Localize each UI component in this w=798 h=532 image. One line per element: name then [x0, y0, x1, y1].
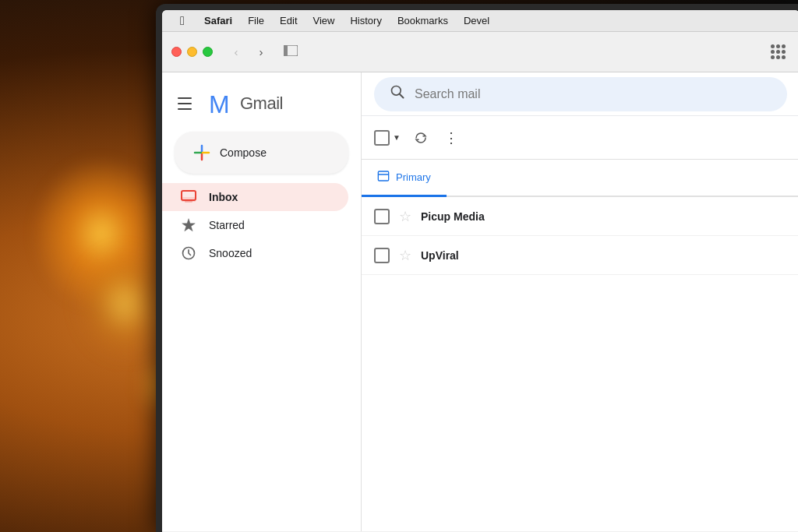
tab-overview-button[interactable]: [765, 41, 790, 63]
email-sender: UpViral: [421, 249, 561, 262]
mail-toolbar: ▼ ⋮: [362, 116, 798, 160]
snoozed-icon: [181, 245, 196, 261]
gmail-main: Search mail ▼: [362, 72, 798, 531]
inbox-label: Inbox: [209, 191, 238, 203]
hamburger-line: [178, 97, 192, 99]
snoozed-label: Snoozed: [209, 247, 252, 259]
primary-tab-label: Primary: [396, 171, 431, 183]
nav-item-inbox[interactable]: Inbox: [162, 183, 348, 211]
email-star-button[interactable]: ☆: [399, 247, 411, 264]
search-icon: [390, 84, 405, 104]
menubar-bookmarks[interactable]: Bookmarks: [390, 10, 456, 32]
primary-tab-icon: [377, 170, 390, 185]
more-icon: ⋮: [444, 129, 459, 146]
more-options-button[interactable]: ⋮: [440, 125, 464, 150]
compose-button[interactable]: Compose: [175, 132, 348, 174]
tabs-bar: Primary: [362, 160, 798, 197]
gmail-wordmark: Gmail: [240, 93, 283, 114]
nav-buttons: ‹ ›: [225, 41, 272, 63]
close-window-button[interactable]: [171, 47, 182, 57]
safari-toolbar: ‹ ›: [162, 32, 798, 72]
search-bar[interactable]: Search mail: [374, 77, 787, 111]
email-row[interactable]: ☆ Picup Media: [362, 197, 798, 236]
select-dropdown-button[interactable]: ▼: [391, 132, 402, 143]
email-checkbox[interactable]: [374, 248, 390, 263]
nav-item-starred[interactable]: Starred: [162, 211, 348, 239]
forward-button[interactable]: ›: [250, 41, 272, 63]
email-star-button[interactable]: ☆: [399, 208, 411, 225]
laptop-frame:  Safari File Edit View History Bookmark…: [156, 4, 798, 532]
refresh-icon: [414, 131, 428, 145]
hamburger-menu-button[interactable]: [175, 91, 200, 116]
menubar-develop[interactable]: Devel: [456, 10, 497, 32]
menubar-edit[interactable]: Edit: [272, 10, 305, 32]
menubar-history[interactable]: History: [342, 10, 389, 32]
laptop-screen:  Safari File Edit View History Bookmark…: [162, 10, 798, 532]
gmail-nav: Inbox Starred: [162, 183, 361, 267]
nav-item-snoozed[interactable]: Snoozed: [162, 239, 348, 267]
sidebar-icon: [284, 44, 298, 60]
back-button[interactable]: ‹: [225, 41, 247, 63]
back-icon: ‹: [235, 45, 238, 58]
minimize-window-button[interactable]: [187, 47, 197, 57]
refresh-button[interactable]: [408, 125, 433, 150]
compose-plus-icon: [193, 144, 210, 161]
tab-primary[interactable]: Primary: [362, 160, 447, 197]
svg-line-14: [400, 94, 404, 98]
starred-icon: [181, 217, 196, 233]
hamburger-line: [178, 108, 192, 110]
apple-menu[interactable]: : [171, 14, 193, 28]
email-checkbox[interactable]: [374, 209, 390, 224]
select-all-checkbox[interactable]: [374, 130, 390, 146]
grid-icon: [771, 44, 786, 59]
email-list: ☆ Picup Media ☆ UpViral: [362, 197, 798, 275]
email-row[interactable]: ☆ UpViral: [362, 236, 798, 275]
gmail-header: M Gmail: [162, 79, 361, 122]
compose-label: Compose: [220, 146, 267, 159]
forward-icon: ›: [260, 45, 263, 58]
sidebar-toggle-button[interactable]: [278, 41, 303, 63]
starred-label: Starred: [209, 219, 245, 231]
hamburger-line: [178, 103, 192, 104]
svg-text:M: M: [209, 93, 230, 115]
menubar-safari[interactable]: Safari: [196, 10, 240, 32]
gmail-m-icon: M: [209, 93, 237, 115]
svg-rect-15: [378, 171, 388, 181]
inbox-icon: [181, 189, 196, 205]
macos-menubar:  Safari File Edit View History Bookmark…: [162, 10, 798, 32]
gmail-content-area: M Gmail Compose: [162, 72, 798, 531]
search-placeholder: Search mail: [415, 87, 480, 101]
gmail-logo: M Gmail: [209, 93, 283, 115]
apple-icon: : [180, 14, 185, 28]
gmail-sidebar: M Gmail Compose: [162, 72, 362, 531]
email-sender: Picup Media: [421, 210, 561, 223]
svg-rect-11: [185, 199, 192, 203]
menubar-file[interactable]: File: [240, 10, 272, 32]
menubar-view[interactable]: View: [305, 10, 343, 32]
maximize-window-button[interactable]: [203, 47, 213, 57]
traffic-lights: [171, 47, 213, 57]
